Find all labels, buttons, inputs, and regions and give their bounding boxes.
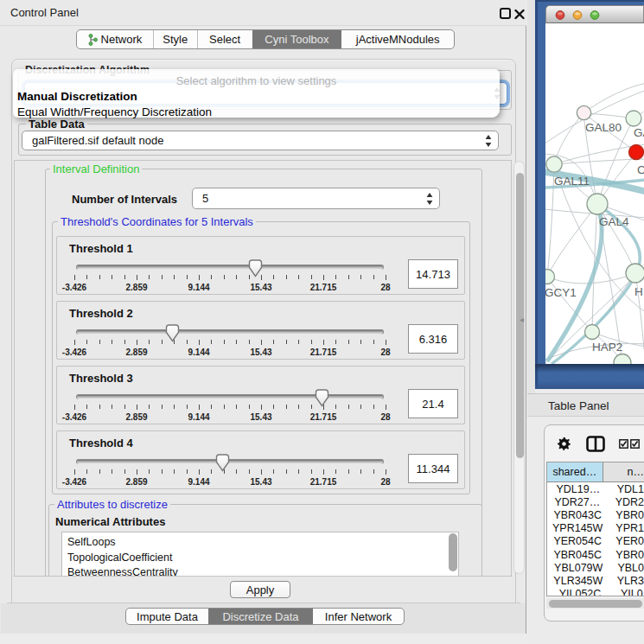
svg-text:GAL80: GAL80: [585, 121, 622, 134]
svg-text:GCY1: GCY1: [545, 286, 577, 299]
svg-text:GA: GA: [634, 126, 644, 139]
svg-text:HAP2: HAP2: [592, 341, 622, 354]
svg-text:C: C: [637, 163, 644, 176]
svg-text:H: H: [634, 285, 643, 298]
svg-text:GAL11: GAL11: [554, 175, 590, 188]
svg-text:GAL4: GAL4: [599, 215, 629, 228]
